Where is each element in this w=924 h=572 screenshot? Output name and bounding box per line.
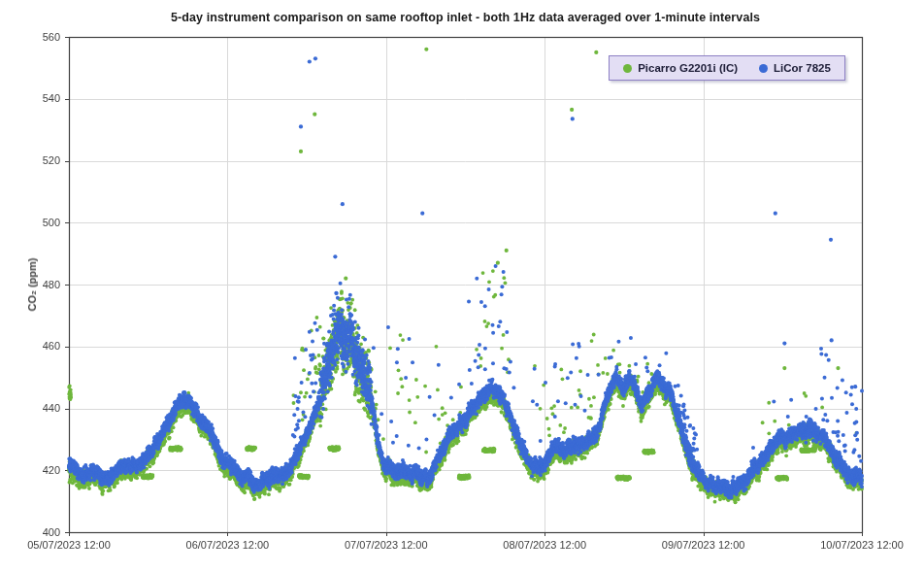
y-axis-tick-label: 500 [16,217,60,228]
x-axis-tick-label: 09/07/2023 12:00 [645,539,762,551]
x-axis-tick-label: 08/07/2023 12:00 [486,539,603,551]
chart-title: 5-day instrument comparison on same roof… [69,11,862,24]
legend: Picarro G2201i (IC) LiCor 7825 [609,55,845,81]
legend-label-picarro: Picarro G2201i (IC) [638,62,738,74]
plot-canvas [0,0,924,572]
x-axis-tick-label: 07/07/2023 12:00 [328,539,445,551]
y-axis-tick-label: 400 [16,526,60,538]
y-axis-tick-label: 520 [16,154,60,166]
y-axis-tick-label: 560 [16,31,60,43]
chart-window: 5-day instrument comparison on same roof… [0,0,924,572]
y-axis-tick-label: 540 [16,92,60,104]
y-axis-tick-label: 420 [16,464,60,476]
x-axis-tick-label: 05/07/2023 12:00 [11,539,127,551]
y-axis-tick-label: 440 [16,402,60,414]
y-axis-tick-label: 480 [16,279,60,290]
x-axis-tick-label: 10/07/2023 12:00 [804,539,920,551]
legend-label-licor: LiCor 7825 [774,62,831,74]
legend-item-licor: LiCor 7825 [759,62,831,74]
x-axis-tick-label: 06/07/2023 12:00 [169,539,285,551]
y-axis-tick-label: 460 [16,340,60,352]
licor-swatch-icon [759,64,768,73]
legend-item-picarro: Picarro G2201i (IC) [623,62,738,74]
picarro-swatch-icon [623,64,632,73]
